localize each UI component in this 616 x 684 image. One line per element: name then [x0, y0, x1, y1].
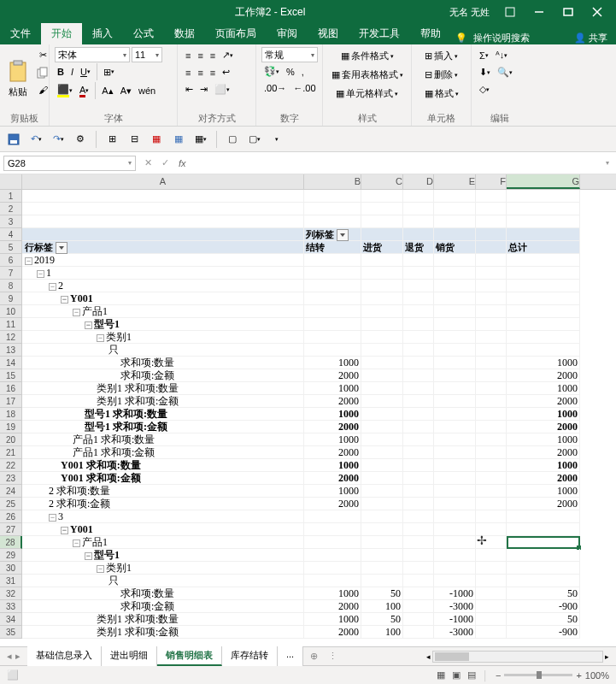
expand-formula-button[interactable]: ▾: [599, 159, 616, 167]
row-header[interactable]: 7: [0, 267, 22, 280]
cell[interactable]: [403, 203, 434, 215]
fx-icon[interactable]: fx: [173, 158, 191, 168]
cell[interactable]: [403, 408, 434, 421]
qat-undo-button[interactable]: ↶▾: [27, 131, 44, 148]
cell[interactable]: [361, 331, 403, 344]
cell[interactable]: [507, 228, 580, 241]
cell[interactable]: [434, 254, 476, 267]
cell[interactable]: [403, 549, 434, 562]
cell[interactable]: 产品1 求和项:数量: [22, 433, 304, 446]
cell[interactable]: [304, 215, 361, 228]
cell[interactable]: [304, 280, 361, 292]
cell[interactable]: [507, 331, 580, 344]
zoom-out-button[interactable]: −: [496, 670, 501, 681]
col-header-a[interactable]: A: [22, 174, 304, 189]
cell[interactable]: [361, 369, 403, 382]
sheet-tab[interactable]: 销售明细表: [157, 646, 222, 666]
cell[interactable]: [361, 421, 403, 433]
col-header-c[interactable]: C: [361, 174, 403, 189]
cell[interactable]: [304, 344, 361, 357]
cell[interactable]: [403, 498, 434, 510]
cell[interactable]: [403, 292, 434, 305]
cell[interactable]: [403, 587, 434, 600]
cell[interactable]: Y001 求和项:数量: [22, 459, 304, 472]
align-left-button[interactable]: ≡: [183, 65, 193, 80]
cell[interactable]: [361, 395, 403, 408]
cell[interactable]: 列标签: [304, 228, 361, 241]
cell[interactable]: 2000: [304, 472, 361, 485]
cell[interactable]: 2 求和项:金额: [22, 498, 304, 510]
row-header[interactable]: 15: [0, 369, 22, 382]
cell[interactable]: [434, 228, 476, 241]
cell[interactable]: [304, 510, 361, 523]
cell[interactable]: [22, 228, 304, 241]
cell[interactable]: [476, 318, 507, 331]
cell[interactable]: [403, 254, 434, 267]
row-header[interactable]: 18: [0, 408, 22, 421]
cell[interactable]: [403, 446, 434, 459]
row-header[interactable]: 29: [0, 549, 22, 562]
cell[interactable]: [434, 331, 476, 344]
cell[interactable]: 100: [361, 626, 403, 639]
row-header[interactable]: 6: [0, 254, 22, 267]
cell[interactable]: 求和项:金额: [22, 369, 304, 382]
cell[interactable]: [304, 267, 361, 280]
cell[interactable]: [361, 446, 403, 459]
cell[interactable]: [403, 485, 434, 498]
cell[interactable]: [507, 523, 580, 536]
cell[interactable]: [434, 369, 476, 382]
cell[interactable]: 只: [22, 344, 304, 357]
cell[interactable]: -1000: [434, 613, 476, 626]
row-header[interactable]: 26: [0, 510, 22, 523]
cell[interactable]: [361, 292, 403, 305]
qat-custom1-button[interactable]: ⊞: [103, 131, 120, 148]
cell[interactable]: [434, 190, 476, 203]
cell[interactable]: [361, 485, 403, 498]
cell[interactable]: 结转: [304, 241, 361, 254]
cell[interactable]: [476, 292, 507, 305]
copy-button[interactable]: [34, 64, 51, 81]
collapse-icon[interactable]: −: [85, 552, 92, 560]
comma-button[interactable]: ,: [299, 64, 307, 80]
cell[interactable]: [476, 228, 507, 241]
paste-button[interactable]: 粘贴: [5, 47, 31, 110]
col-header-d[interactable]: D: [403, 174, 434, 189]
cell[interactable]: [361, 498, 403, 510]
cell[interactable]: 2000: [304, 600, 361, 613]
decrease-indent-button[interactable]: ⇤: [183, 81, 196, 97]
maximize-button[interactable]: [554, 2, 582, 22]
row-header[interactable]: 34: [0, 613, 22, 626]
row-header[interactable]: 3: [0, 215, 22, 228]
cell[interactable]: 进货: [361, 241, 403, 254]
row-header[interactable]: 14: [0, 357, 22, 369]
cell[interactable]: [476, 510, 507, 523]
cell[interactable]: [403, 562, 434, 575]
cell[interactable]: [361, 280, 403, 292]
cell[interactable]: 50: [507, 587, 580, 600]
cell[interactable]: [434, 408, 476, 421]
number-format-combo[interactable]: 常规▾: [261, 47, 318, 62]
cell[interactable]: 1000: [304, 382, 361, 395]
row-header[interactable]: 33: [0, 600, 22, 613]
cell[interactable]: [304, 575, 361, 587]
cell[interactable]: [361, 357, 403, 369]
name-box[interactable]: G28▾: [3, 156, 136, 171]
cell[interactable]: [476, 498, 507, 510]
cancel-formula-button[interactable]: ✕: [139, 157, 156, 168]
cell[interactable]: [403, 280, 434, 292]
cell[interactable]: [361, 190, 403, 203]
cell[interactable]: [361, 215, 403, 228]
cell[interactable]: 销货: [434, 241, 476, 254]
cell[interactable]: −Y001: [22, 523, 304, 536]
cell[interactable]: [476, 613, 507, 626]
cell[interactable]: [434, 421, 476, 433]
cell[interactable]: [476, 446, 507, 459]
align-middle-button[interactable]: ≡: [195, 48, 205, 63]
cell[interactable]: 1000: [507, 433, 580, 446]
cell[interactable]: [22, 215, 304, 228]
cell[interactable]: 总计: [507, 241, 580, 254]
zoom-in-button[interactable]: +: [576, 670, 581, 681]
cell[interactable]: [507, 510, 580, 523]
view-pagelayout-button[interactable]: ▣: [452, 669, 461, 681]
cell[interactable]: 1000: [507, 382, 580, 395]
